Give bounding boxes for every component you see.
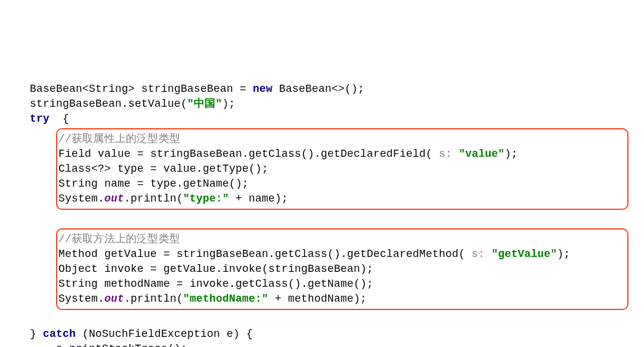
code-line: e.printStackTrace(); <box>30 343 187 347</box>
code-line: } catch (NoSuchFieldException e) { <box>30 328 253 340</box>
code-line: stringBaseBean.setValue("中国"); <box>30 98 235 110</box>
code-line: Method getValue = stringBaseBean.getClas… <box>58 248 570 260</box>
code-line: String methodName = invoke.getClass().ge… <box>58 278 373 290</box>
code-line: BaseBean<String> stringBaseBean = new Ba… <box>30 83 364 95</box>
code-line: Field value = stringBaseBean.getClass().… <box>58 148 518 160</box>
highlight-box-1: //获取属性上的泛型类型 Field value = stringBaseBea… <box>56 128 628 210</box>
code-line: try { <box>30 113 69 125</box>
code-line: System.out.println("methodName:" + metho… <box>58 293 367 305</box>
code-line: String name = type.getName(); <box>58 178 249 190</box>
code-line: //获取方法上的泛型类型 <box>58 233 180 245</box>
code-line: Object invoke = getValue.invoke(stringBa… <box>58 263 373 275</box>
code-line: //获取属性上的泛型类型 <box>58 133 180 145</box>
code-line: System.out.println("type:" + name); <box>58 193 288 205</box>
code-line: Class<?> type = value.getType(); <box>58 163 268 175</box>
code-editor[interactable]: BaseBean<String> stringBaseBean = new Ba… <box>30 67 644 347</box>
highlight-box-2: //获取方法上的泛型类型 Method getValue = stringBas… <box>56 228 628 310</box>
